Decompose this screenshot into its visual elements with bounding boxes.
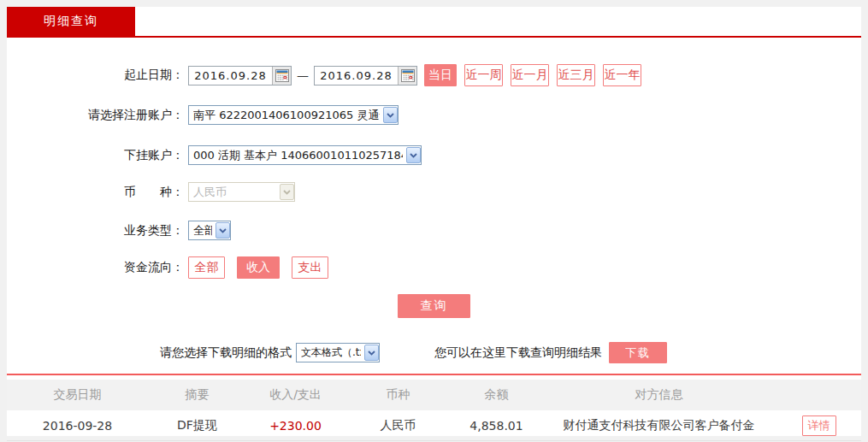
transaction-balance: 4,858.01 [452, 419, 541, 433]
quick-range-year-button[interactable]: 近一年 [603, 64, 641, 86]
registered-account-select[interactable]: 南平 6222001406100921065 灵通卡 [188, 105, 399, 125]
currency-row: 币 种： 人民币 [7, 182, 861, 202]
registered-account-label: 请选择注册账户： [7, 108, 184, 123]
fund-flow-income-button[interactable]: 收入 [237, 256, 280, 279]
query-button[interactable]: 查询 [398, 294, 470, 318]
column-header-currency: 币种 [345, 387, 452, 403]
registered-account-row: 请选择注册账户： 南平 6222001406100921065 灵通卡 [7, 105, 861, 125]
date-range-label: 起止日期： [7, 68, 184, 83]
quick-range-quarter-button[interactable]: 近三月 [557, 64, 595, 86]
registered-account-value: 南平 6222001406100921065 灵通卡 [193, 108, 380, 123]
end-date-input[interactable]: 2016.09.28 [314, 66, 417, 85]
column-header-date: 交易日期 [7, 387, 148, 403]
tab-underline [7, 36, 861, 38]
tab-detail-query[interactable]: 明细查询 [7, 7, 135, 36]
download-hint-label: 您可以在这里下载查询明细结果 [434, 345, 602, 361]
fund-flow-all-button[interactable]: 全部 [188, 256, 225, 279]
transaction-date: 2016-09-28 [7, 419, 148, 433]
chevron-down-icon[interactable] [216, 222, 230, 239]
transaction-summary: DF提现 [148, 418, 246, 433]
detail-button[interactable]: 详情 [802, 415, 836, 436]
currency-label: 币 种： [7, 185, 184, 200]
quick-range-week-button[interactable]: 近一周 [464, 64, 503, 86]
transaction-amount: +230.00 [246, 419, 345, 433]
end-date-value[interactable]: 2016.09.28 [315, 67, 398, 85]
download-row: 请您选择下载明细的格式 文本格式（.txt） 您可以在这里下载查询明细结果 下载 [160, 342, 861, 363]
currency-value: 人民币 [193, 185, 276, 200]
calendar-icon[interactable] [398, 67, 416, 85]
column-header-amount: 收入/支出 [246, 387, 345, 403]
fund-flow-expense-button[interactable]: 支出 [292, 256, 328, 279]
column-header-balance: 余额 [452, 387, 541, 403]
chevron-down-icon[interactable] [364, 345, 379, 361]
tab-label: 明细查询 [44, 14, 98, 29]
download-format-label: 请您选择下载明细的格式 [160, 345, 292, 361]
download-button[interactable]: 下载 [609, 342, 667, 363]
fund-flow-label: 资金流向： [7, 260, 184, 275]
download-format-value: 文本格式（.txt） [301, 345, 361, 360]
transaction-currency: 人民币 [345, 418, 452, 433]
date-separator: — [297, 68, 309, 82]
business-type-label: 业务类型： [7, 223, 184, 239]
sub-account-value: 000 活期 基本户 1406600101102571848 [193, 148, 403, 163]
download-format-select[interactable]: 文本格式（.txt） [296, 343, 380, 362]
query-button-row: 查询 [7, 294, 861, 318]
chevron-down-icon [280, 184, 294, 200]
content-panel: 明细查询 起止日期： 2016.09.28 — [7, 7, 861, 436]
currency-select: 人民币 [188, 182, 295, 202]
quick-range-month-button[interactable]: 近一月 [511, 64, 549, 86]
business-type-value: 全部 [193, 223, 212, 239]
start-date-value[interactable]: 2016.09.28 [189, 67, 272, 85]
column-header-counterparty: 对方信息 [541, 387, 776, 403]
sub-account-label: 下挂账户： [7, 148, 184, 163]
table-header-row: 交易日期 摘要 收入/支出 币种 余额 对方信息 [7, 380, 861, 410]
date-range-row: 起止日期： 2016.09.28 — 2016.09.28 [7, 64, 861, 86]
chevron-down-icon[interactable] [383, 107, 398, 123]
business-type-row: 业务类型： 全部 [7, 221, 861, 240]
business-type-select[interactable]: 全部 [188, 221, 231, 240]
table-row: 2016-09-28 DF提现 +230.00 人民币 4,858.01 财付通… [7, 410, 861, 441]
table-top-divider [7, 374, 861, 375]
sub-account-select[interactable]: 000 活期 基本户 1406600101102571848 [188, 145, 422, 165]
transaction-counterparty: 财付通支付科技有限公司客户备付金 [541, 418, 776, 433]
calendar-icon-glyph [275, 69, 289, 82]
start-date-input[interactable]: 2016.09.28 [188, 66, 292, 85]
chevron-down-icon[interactable] [406, 147, 421, 163]
fund-flow-row: 资金流向： 全部 收入 支出 [7, 256, 861, 279]
column-header-summary: 摘要 [148, 387, 246, 403]
quick-range-today-button[interactable]: 当日 [424, 64, 457, 86]
calendar-icon[interactable] [272, 67, 291, 85]
calendar-icon-glyph [401, 69, 415, 82]
sub-account-row: 下挂账户： 000 活期 基本户 1406600101102571848 [7, 145, 861, 165]
